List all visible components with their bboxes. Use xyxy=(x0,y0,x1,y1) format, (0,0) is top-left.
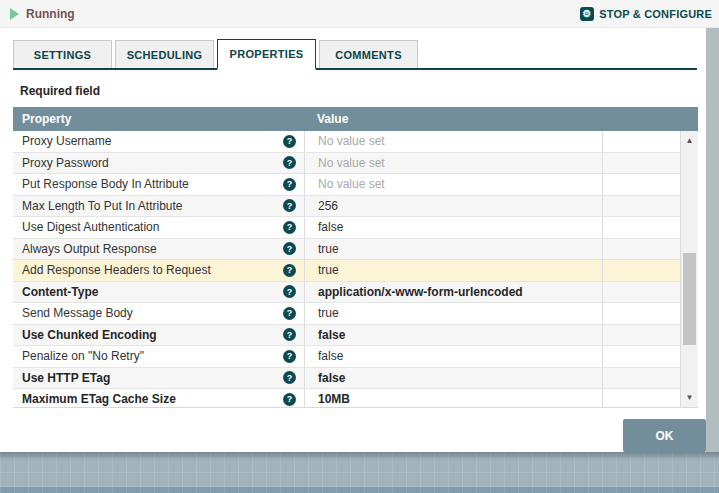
property-row[interactable]: Always Output Response ? true xyxy=(13,239,680,261)
property-column-header: Property xyxy=(13,112,71,126)
property-row[interactable]: Max Length To Put In Attribute ? 256 xyxy=(13,196,680,218)
property-row[interactable]: Use Digest Authentication ? false xyxy=(13,217,680,239)
property-value: 256 xyxy=(318,199,338,213)
property-name: Maximum ETag Cache Size xyxy=(22,392,176,406)
row-spacer-cell xyxy=(603,174,680,195)
property-name: Content-Type xyxy=(22,285,98,299)
tab-properties[interactable]: PROPERTIES xyxy=(217,39,316,70)
property-row[interactable]: Put Response Body In Attribute ? No valu… xyxy=(13,174,680,196)
help-icon[interactable]: ? xyxy=(283,242,296,255)
properties-table: Property Value Proxy Username ? No value… xyxy=(13,107,698,408)
flow-canvas-bottom-strip xyxy=(0,487,719,493)
ok-button[interactable]: OK xyxy=(623,419,706,452)
property-row[interactable]: Use HTTP ETag ? false xyxy=(13,368,680,390)
scroll-up-icon[interactable]: ▲ xyxy=(681,136,698,145)
tab-bar: SETTINGS SCHEDULING PROPERTIES COMMENTS xyxy=(13,39,697,70)
property-row[interactable]: Proxy Username ? No value set xyxy=(13,131,680,153)
property-name: Use Chunked Encoding xyxy=(22,328,157,342)
tab-settings[interactable]: SETTINGS xyxy=(13,40,112,68)
dialog-body: SETTINGS SCHEDULING PROPERTIES COMMENTS … xyxy=(0,28,706,452)
run-status: Running xyxy=(10,7,75,21)
property-name: Proxy Username xyxy=(22,134,111,148)
help-icon[interactable]: ? xyxy=(283,285,296,298)
property-value: true xyxy=(318,263,339,277)
row-spacer-cell xyxy=(603,282,680,303)
row-spacer-cell xyxy=(603,153,680,174)
tab-comments[interactable]: COMMENTS xyxy=(319,40,418,68)
row-spacer-cell xyxy=(603,368,680,389)
canvas-right-strip xyxy=(706,28,719,452)
row-spacer-cell xyxy=(603,196,680,217)
help-icon[interactable]: ? xyxy=(283,307,296,320)
property-row[interactable]: Use Chunked Encoding ? false xyxy=(13,325,680,347)
run-status-label: Running xyxy=(26,7,75,21)
property-name: Use HTTP ETag xyxy=(22,371,110,385)
row-spacer-cell xyxy=(603,325,680,346)
property-name: Send Message Body xyxy=(22,306,133,320)
properties-table-body: Proxy Username ? No value set Proxy Pass… xyxy=(13,131,698,408)
properties-table-header: Property Value xyxy=(13,107,698,131)
property-value: application/x-www-form-urlencoded xyxy=(318,285,523,299)
property-value: true xyxy=(318,306,339,320)
property-name: Put Response Body In Attribute xyxy=(22,177,189,191)
scroll-down-icon[interactable]: ▼ xyxy=(681,393,698,402)
property-value: false xyxy=(318,220,343,234)
property-row[interactable]: Send Message Body ? true xyxy=(13,303,680,325)
row-spacer-cell xyxy=(603,303,680,324)
property-name: Max Length To Put In Attribute xyxy=(22,199,183,213)
row-spacer-cell xyxy=(603,389,680,407)
scrollbar-thumb[interactable] xyxy=(683,253,696,345)
help-icon[interactable]: ? xyxy=(283,371,296,384)
property-row[interactable]: Add Response Headers to Request ? true xyxy=(13,260,680,282)
gear-icon: ⚙ xyxy=(580,7,594,21)
property-value: No value set xyxy=(318,134,385,148)
running-play-icon xyxy=(10,8,19,20)
property-name: Always Output Response xyxy=(22,242,157,256)
help-icon[interactable]: ? xyxy=(283,328,296,341)
property-row[interactable]: Content-Type ? application/x-www-form-ur… xyxy=(13,282,680,304)
property-name: Use Digest Authentication xyxy=(22,220,159,234)
row-spacer-cell xyxy=(603,131,680,152)
help-icon[interactable]: ? xyxy=(283,135,296,148)
property-value: 10MB xyxy=(318,392,350,406)
row-spacer-cell xyxy=(603,260,680,281)
help-icon[interactable]: ? xyxy=(283,156,296,169)
help-icon[interactable]: ? xyxy=(283,221,296,234)
help-icon[interactable]: ? xyxy=(283,199,296,212)
property-name: Add Response Headers to Request xyxy=(22,263,211,277)
dialog-status-bar: Running ⚙ STOP & CONFIGURE xyxy=(0,0,719,28)
help-icon[interactable]: ? xyxy=(283,393,296,406)
property-row[interactable]: Penalize on "No Retry" ? false xyxy=(13,346,680,368)
property-value: false xyxy=(318,328,345,342)
property-row[interactable]: Maximum ETag Cache Size ? 10MB xyxy=(13,389,680,407)
value-column-header: Value xyxy=(317,112,348,126)
tab-scheduling[interactable]: SCHEDULING xyxy=(115,40,214,68)
row-spacer-cell xyxy=(603,217,680,238)
help-icon[interactable]: ? xyxy=(283,264,296,277)
required-field-label: Required field xyxy=(20,84,100,98)
flow-canvas[interactable] xyxy=(0,452,719,487)
processor-configuration-dialog: Running ⚙ STOP & CONFIGURE SETTINGS SCHE… xyxy=(0,0,719,493)
vertical-scrollbar[interactable]: ▲ ▼ xyxy=(680,131,698,407)
property-name: Penalize on "No Retry" xyxy=(22,349,144,363)
property-value: No value set xyxy=(318,156,385,170)
stop-and-configure-label: STOP & CONFIGURE xyxy=(599,8,712,20)
property-value: true xyxy=(318,242,339,256)
property-value: false xyxy=(318,349,343,363)
property-row[interactable]: Proxy Password ? No value set xyxy=(13,153,680,175)
stop-and-configure-button[interactable]: ⚙ STOP & CONFIGURE xyxy=(580,7,712,21)
property-name: Proxy Password xyxy=(22,156,109,170)
help-icon[interactable]: ? xyxy=(283,350,296,363)
property-rows: Proxy Username ? No value set Proxy Pass… xyxy=(13,131,680,407)
property-value: false xyxy=(318,371,345,385)
row-spacer-cell xyxy=(603,346,680,367)
help-icon[interactable]: ? xyxy=(283,178,296,191)
row-spacer-cell xyxy=(603,239,680,260)
property-value: No value set xyxy=(318,177,385,191)
